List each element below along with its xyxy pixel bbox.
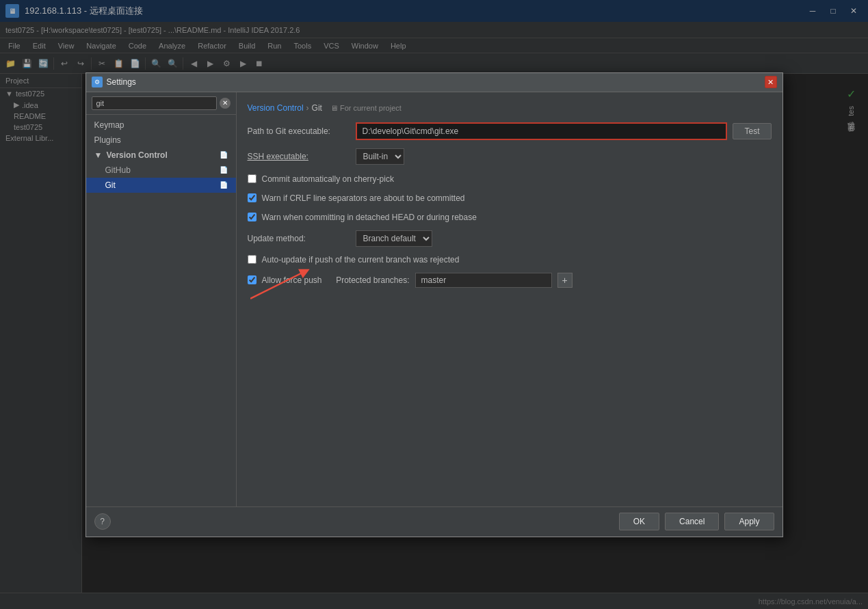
cancel-button[interactable]: Cancel xyxy=(665,513,719,530)
allow-force-label[interactable]: Allow force push xyxy=(262,275,322,285)
detached-head-label[interactable]: Warn when committing in detached HEAD or… xyxy=(262,213,477,222)
dialog-body: ✕ Keymap Plugins ▼ Version Control 📄 xyxy=(86,92,782,506)
settings-dialog: ⚙ Settings ✕ ✕ Keymap xyxy=(86,72,783,537)
crlf-row: Warn if CRLF line separators are about t… xyxy=(248,192,772,204)
cherry-pick-row: Commit automatically on cherry-pick xyxy=(248,173,772,185)
update-method-row: Update method: Branch default xyxy=(248,230,772,247)
auto-update-checkbox[interactable] xyxy=(248,255,257,264)
nav-version-control[interactable]: ▼ Version Control 📄 xyxy=(86,148,236,163)
nav-keymap[interactable]: Keymap xyxy=(86,118,236,133)
detached-head-row: Warn when committing in detached HEAD or… xyxy=(248,211,772,224)
ssh-select[interactable]: Built-in xyxy=(356,148,404,165)
auto-update-row: Auto-update if push of the current branc… xyxy=(248,254,772,266)
help-button[interactable]: ? xyxy=(94,513,111,530)
update-method-select[interactable]: Branch default xyxy=(356,230,432,247)
breadcrumb-note: 🖥 For current project xyxy=(330,104,402,112)
dialog-sidebar: ✕ Keymap Plugins ▼ Version Control 📄 xyxy=(86,92,237,506)
git-path-row: Path to Git executable: Test xyxy=(248,122,772,140)
update-method-label: Update method: xyxy=(248,234,350,243)
ssh-label: SSH executable: xyxy=(248,152,350,161)
git-path-label: Path to Git executable: xyxy=(248,126,350,136)
dialog-title: Settings xyxy=(107,77,765,87)
dialog-title-bar: ⚙ Settings ✕ xyxy=(86,73,782,92)
cherry-pick-checkbox[interactable] xyxy=(248,174,257,183)
breadcrumb-sep: › xyxy=(306,103,309,113)
dialog-content: Version Control › Git 🖥 For current proj… xyxy=(237,92,782,506)
nav-git[interactable]: Git 📄 xyxy=(86,178,236,193)
dialog-icon: ⚙ xyxy=(92,77,103,87)
apply-button[interactable]: Apply xyxy=(724,513,774,530)
detached-head-checkbox[interactable] xyxy=(248,213,257,221)
allow-force-checkbox[interactable] xyxy=(248,275,257,284)
breadcrumb: Version Control › Git 🖥 For current proj… xyxy=(248,103,772,113)
crlf-checkbox[interactable] xyxy=(248,193,257,202)
nav-tree: Keymap Plugins ▼ Version Control 📄 GitHu… xyxy=(86,115,236,506)
ssh-row: SSH executable: Built-in xyxy=(248,148,772,165)
search-clear-button[interactable]: ✕ xyxy=(220,98,231,109)
ssh-dropdown: Built-in xyxy=(356,148,404,165)
nav-plugins[interactable]: Plugins xyxy=(86,133,236,148)
breadcrumb-parent[interactable]: Version Control xyxy=(248,103,304,113)
expand-icon: ▼ xyxy=(94,150,103,160)
dialog-footer: ? OK Cancel Apply xyxy=(86,506,782,537)
auto-update-label[interactable]: Auto-update if push of the current branc… xyxy=(262,255,460,265)
settings-dialog-overlay: ⚙ Settings ✕ ✕ Keymap xyxy=(0,0,868,609)
dialog-close-button[interactable]: ✕ xyxy=(765,76,777,88)
git-path-input[interactable] xyxy=(356,122,728,140)
search-box-wrap: ✕ xyxy=(86,92,236,115)
cherry-pick-label[interactable]: Commit automatically on cherry-pick xyxy=(262,174,394,184)
settings-search-input[interactable] xyxy=(92,96,217,110)
nav-github[interactable]: GitHub 📄 xyxy=(86,163,236,178)
add-protected-button[interactable]: + xyxy=(557,273,573,288)
crlf-label[interactable]: Warn if CRLF line separators are about t… xyxy=(262,193,465,203)
ok-button[interactable]: OK xyxy=(619,513,659,530)
protected-input[interactable] xyxy=(415,273,552,288)
test-button[interactable]: Test xyxy=(733,123,771,139)
breadcrumb-current: Git xyxy=(312,103,322,113)
force-push-row: Allow force push Protected branches: + xyxy=(248,273,772,288)
protected-label: Protected branches: xyxy=(328,275,410,285)
